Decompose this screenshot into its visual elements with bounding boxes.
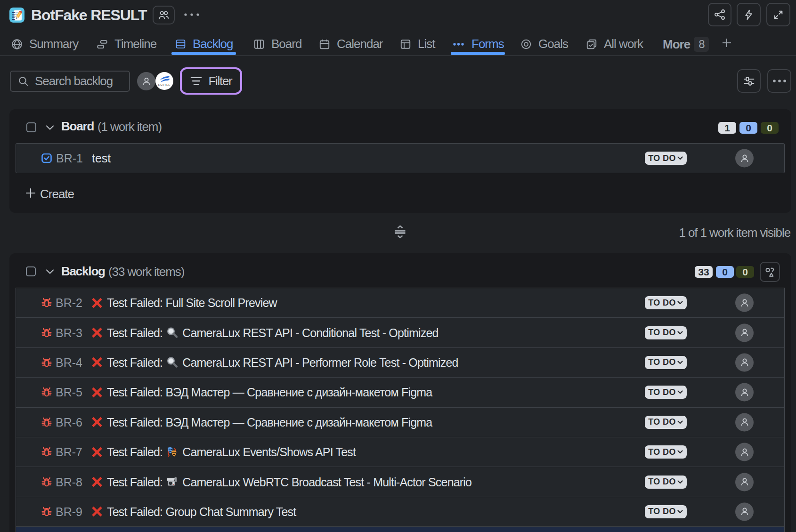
svg-text:SCRILE: SCRILE <box>158 84 171 86</box>
